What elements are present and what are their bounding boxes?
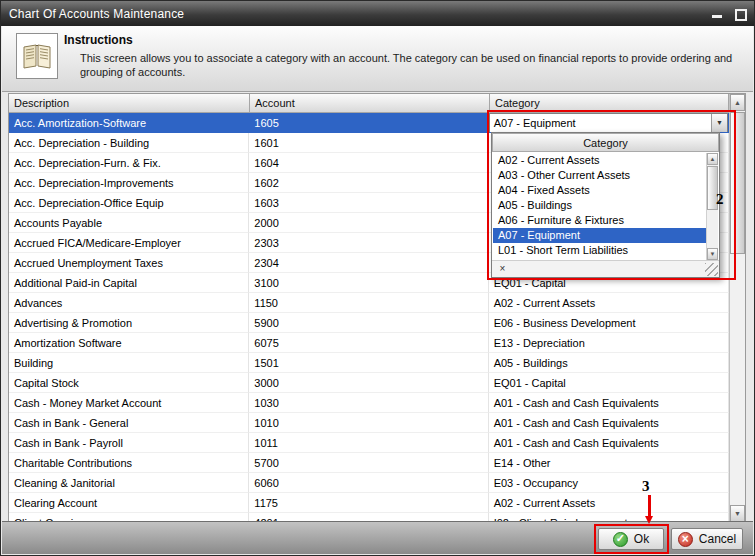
dropdown-scrollbar[interactable]: ▲ ▼ [706,153,718,260]
cell-description: Cleaning & Janitorial [9,473,249,493]
cell-description: Accrued Unemployment Taxes [9,253,249,273]
table-row[interactable]: Cash in Bank - Payroll1011A01 - Cash and… [9,433,729,453]
chart-of-accounts-window: Chart Of Accounts Maintenance Instructio… [0,0,755,556]
dropdown-item[interactable]: A03 - Other Current Assets [493,168,706,183]
cell-account: 3100 [249,273,488,293]
instructions-text: This screen allows you to associate a ca… [80,51,732,79]
dropdown-item[interactable]: A07 - Equipment [493,228,706,243]
cell-category: A02 - Current Assets [489,293,729,313]
cell-account: 5900 [249,313,488,333]
cell-description: Additional Paid-in Capital [9,273,249,293]
minimize-icon[interactable] [710,8,724,20]
cell-account: 1603 [249,193,488,213]
cell-account: 1011 [249,433,488,453]
instructions-line-2: grouping of accounts. [80,65,732,79]
cell-category: A01 - Cash and Cash Equivalents [489,433,729,453]
instructions-book-icon [16,33,58,79]
dropdown-item[interactable]: L01 - Short Term Liabilities [493,243,706,258]
cell-description: Acc. Depreciation-Furn. & Fix. [9,153,249,173]
cell-description: Charitable Contributions [9,453,249,473]
table-row[interactable]: Capital Stock3000EQ01 - Capital [9,373,729,393]
cancel-button-label: Cancel [699,532,736,546]
table-row[interactable]: Cash - Money Market Account1030A01 - Cas… [9,393,729,413]
cell-description: Acc. Depreciation - Building [9,133,249,153]
cell-account: 1030 [249,393,488,413]
cell-category: A02 - Current Assets [489,493,729,513]
column-header-category[interactable]: Category [490,94,729,113]
ok-button[interactable]: Ok [598,528,664,550]
ok-button-label: Ok [634,532,649,546]
table-row[interactable]: Amortization Software6075E13 - Depreciat… [9,333,729,353]
window-title: Chart Of Accounts Maintenance [9,7,702,21]
table-row[interactable]: Cleaning & Janitorial6060E03 - Occupancy [9,473,729,493]
table-row[interactable]: Acc. Amortization-Software1605A07 - Equi… [9,113,729,133]
dropdown-item[interactable]: A06 - Furniture & Fixtures [493,213,706,228]
pin-icon[interactable] [732,8,746,20]
cell-category: E03 - Occupancy [489,473,729,493]
dropdown-item[interactable]: A02 - Current Assets [493,153,706,168]
table-row[interactable]: Building1501A05 - Buildings [9,353,729,373]
cell-account: 1150 [249,293,488,313]
dropdown-list: A02 - Current AssetsA03 - Other Current … [493,153,706,260]
cell-account: 1602 [249,173,488,193]
cell-account: 6075 [249,333,488,353]
dropdown-item[interactable]: A05 - Buildings [493,198,706,213]
cell-account: 1175 [249,493,488,513]
cancel-x-icon [678,532,693,547]
instructions-heading: Instructions [64,33,133,47]
cell-account: 2303 [249,233,488,253]
dropdown-scroll-down-icon[interactable]: ▼ [707,248,718,260]
table-row[interactable]: Charitable Contributions5700E14 - Other [9,453,729,473]
cell-description: Acc. Amortization-Software [9,113,249,133]
dropdown-footer: × [492,260,719,277]
ok-check-icon [613,532,628,547]
table-row[interactable]: Cash in Bank - General1010A01 - Cash and… [9,413,729,433]
cell-description: Cash in Bank - General [9,413,249,433]
dropdown-scroll-up-icon[interactable]: ▲ [707,153,718,165]
cell-description: Amortization Software [9,333,249,353]
dropdown-arrow-icon[interactable]: ▼ [711,114,727,132]
cell-description: Advances [9,293,249,313]
table-row[interactable]: Advertising & Promotion5900E06 - Busines… [9,313,729,333]
instructions-panel: Instructions This screen allows you to a… [2,26,753,92]
scrollbar-thumb[interactable] [730,112,745,254]
cell-category: A01 - Cash and Cash Equivalents [489,413,729,433]
category-dropdown-popup: Category A02 - Current AssetsA03 - Other… [491,132,720,278]
column-header-description[interactable]: Description [9,94,250,113]
cell-account: 1601 [249,133,488,153]
cell-account: 2000 [249,213,488,233]
cell-account: 2304 [249,253,488,273]
cell-description: Advertising & Promotion [9,313,249,333]
scroll-down-icon[interactable]: ▼ [730,505,745,522]
cell-category: E06 - Business Development [489,313,729,333]
cell-category: A05 - Buildings [489,353,729,373]
clear-selection-button[interactable]: × [495,262,510,276]
cell-description: Building [9,353,249,373]
cell-category: A01 - Cash and Cash Equivalents [489,393,729,413]
grid-scrollbar[interactable]: ▲ ▼ [729,94,745,522]
table-row[interactable]: Clearing Account1175A02 - Current Assets [9,493,729,513]
cell-description: Acc. Depreciation-Office Equip [9,193,249,213]
dropdown-scrollbar-thumb[interactable] [707,166,718,210]
cell-description: Acc. Depreciation-Improvements [9,173,249,193]
cancel-button[interactable]: Cancel [671,528,743,550]
dropdown-item[interactable]: A04 - Fixed Assets [493,183,706,198]
category-editor[interactable]: A07 - Equipment▼ [489,113,728,133]
category-editor-value: A07 - Equipment [490,114,711,132]
column-header-account[interactable]: Account [250,94,490,113]
scroll-up-icon[interactable]: ▲ [730,94,745,111]
dropdown-column-header[interactable]: Category [492,133,719,152]
cell-category: EQ01 - Capital [489,373,729,393]
cell-account: 3000 [249,373,488,393]
grid-header-row: Description Account Category [9,94,729,113]
titlebar[interactable]: Chart Of Accounts Maintenance [1,1,754,26]
cell-category: E13 - Depreciation [489,333,729,353]
cell-description: Cash - Money Market Account [9,393,249,413]
resize-grip[interactable] [705,263,718,276]
cell-description: Accrued FICA/Medicare-Employer [9,233,249,253]
cell-description: Capital Stock [9,373,249,393]
cell-description: Cash in Bank - Payroll [9,433,249,453]
cell-account: 5700 [249,453,488,473]
table-row[interactable]: Advances1150A02 - Current Assets [9,293,729,313]
cell-account: 1501 [249,353,488,373]
